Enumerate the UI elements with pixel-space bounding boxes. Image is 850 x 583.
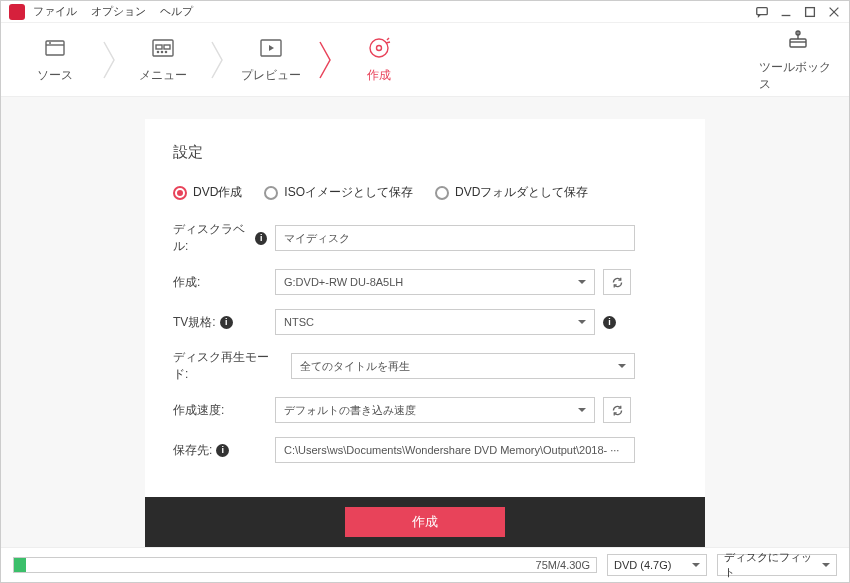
radio-iso[interactable]: ISOイメージとして保存 [264,184,413,201]
info-icon[interactable]: i [216,444,229,457]
select-value: DVD (4.7G) [614,559,671,571]
step-chevron [97,23,121,97]
chevron-down-icon [692,563,700,567]
svg-point-11 [157,52,158,53]
burn-bar: 作成 [145,497,705,547]
svg-rect-22 [790,39,806,47]
step-label: プレビュー [241,67,301,84]
menubar: ファイル オプション ヘルプ [33,4,193,19]
chevron-down-icon [822,563,830,567]
output-type-radios: DVD作成 ISOイメージとして保存 DVDフォルダとして保存 [173,184,677,201]
menu-option[interactable]: オプション [91,4,146,19]
feedback-icon[interactable] [755,5,769,19]
tv-standard-select[interactable]: NTSC [275,309,595,335]
disc-label-input[interactable] [275,225,635,251]
capacity-progress: 75M/4.30G [13,557,597,573]
chevron-down-icon [578,320,586,324]
select-value: 全てのタイトルを再生 [300,359,410,374]
svg-point-17 [377,46,382,51]
radio-dot-icon [264,186,278,200]
settings-panel: 設定 DVD作成 ISOイメージとして保存 DVDフォルダとして保存 ディスクラ… [145,119,705,547]
select-value: ディスクにフィット [724,550,814,580]
select-value: C:\Users\ws\Documents\Wondershare DVD Me… [284,444,619,456]
chevron-down-icon [578,408,586,412]
step-label: 作成 [367,67,391,84]
menu-icon [150,35,176,61]
minimize-icon[interactable] [779,5,793,19]
app-icon [9,4,25,20]
step-menu[interactable]: メニュー [121,23,205,97]
toolbox-label: ツールボックス [759,59,837,93]
save-to-label: 保存先: [173,442,212,459]
tv-standard-label: TV規格: [173,314,216,331]
refresh-icon [611,276,624,289]
info-icon[interactable]: i [255,232,267,245]
radio-label: DVD作成 [193,184,242,201]
step-bar: ソース メニュー プレビュー 作成 ツールボックス [1,23,849,97]
chevron-down-icon [578,280,586,284]
info-icon[interactable]: i [220,316,233,329]
status-bar: 75M/4.30G DVD (4.7G) ディスクにフィット [1,547,849,582]
burn-speed-select[interactable]: デフォルトの書き込み速度 [275,397,595,423]
burn-button[interactable]: 作成 [345,507,505,537]
step-label: ソース [37,67,73,84]
svg-line-18 [387,38,389,40]
radio-dot-icon [173,186,187,200]
content-area: 設定 DVD作成 ISOイメージとして保存 DVDフォルダとして保存 ディスクラ… [1,97,849,547]
disc-label-label: ディスクラベル: [173,221,251,255]
burn-speed-label: 作成速度: [173,402,224,419]
refresh-icon [611,404,624,417]
save-to-field[interactable]: C:\Users\ws\Documents\Wondershare DVD Me… [275,437,635,463]
playback-mode-select[interactable]: 全てのタイトルを再生 [291,353,635,379]
window-controls [755,5,841,19]
chevron-down-icon [618,364,626,368]
svg-rect-5 [46,41,64,55]
menu-help[interactable]: ヘルプ [160,4,193,19]
fit-select[interactable]: ディスクにフィット [717,554,837,576]
disc-type-select[interactable]: DVD (4.7G) [607,554,707,576]
step-label: メニュー [139,67,187,84]
svg-point-13 [165,52,166,53]
svg-point-12 [161,52,162,53]
step-preview[interactable]: プレビュー [229,23,313,97]
toolbox-button[interactable]: ツールボックス [759,27,849,93]
svg-rect-10 [164,45,170,49]
progress-fill [14,558,26,572]
step-source[interactable]: ソース [13,23,97,97]
select-value: NTSC [284,316,314,328]
toolbox-icon [785,27,811,53]
info-icon[interactable]: i [603,316,616,329]
svg-marker-15 [269,45,274,51]
create-drive-label: 作成: [173,274,200,291]
radio-dot-icon [435,186,449,200]
preview-icon [258,35,284,61]
svg-rect-9 [156,45,162,49]
svg-rect-0 [757,7,768,14]
menu-file[interactable]: ファイル [33,4,77,19]
panel-title: 設定 [173,143,677,162]
radio-label: ISOイメージとして保存 [284,184,413,201]
drive-select[interactable]: G:DVD+-RW DU-8A5LH [275,269,595,295]
step-chevron [313,23,337,97]
svg-point-16 [370,39,388,57]
select-value: G:DVD+-RW DU-8A5LH [284,276,403,288]
radio-dvd[interactable]: DVD作成 [173,184,242,201]
playback-mode-label: ディスク再生モード: [173,349,283,383]
refresh-speed-button[interactable] [603,397,631,423]
svg-rect-2 [806,7,815,16]
source-icon [42,35,68,61]
maximize-icon[interactable] [803,5,817,19]
radio-label: DVDフォルダとして保存 [455,184,588,201]
close-icon[interactable] [827,5,841,19]
refresh-drive-button[interactable] [603,269,631,295]
select-value: デフォルトの書き込み速度 [284,403,416,418]
step-create[interactable]: 作成 [337,23,421,97]
create-icon [366,35,392,61]
radio-folder[interactable]: DVDフォルダとして保存 [435,184,588,201]
step-chevron [205,23,229,97]
svg-line-19 [386,42,390,43]
progress-text: 75M/4.30G [536,559,590,571]
titlebar: ファイル オプション ヘルプ [1,1,849,23]
